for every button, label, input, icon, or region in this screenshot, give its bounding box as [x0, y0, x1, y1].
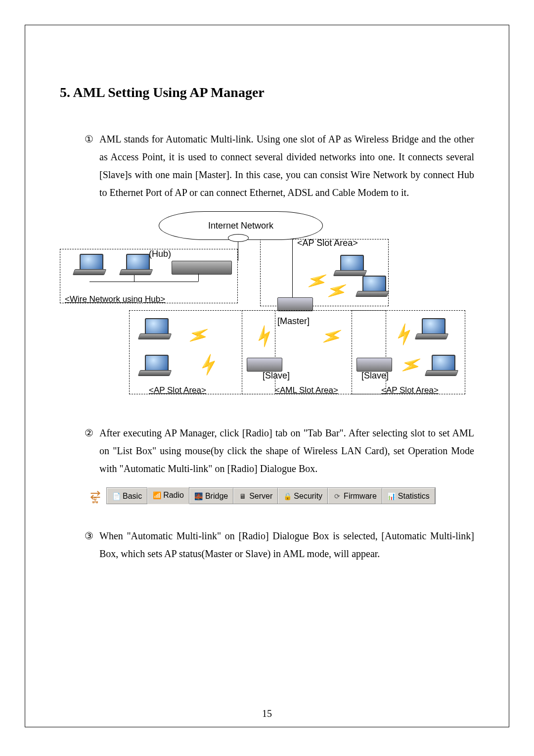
- tab-basic[interactable]: 📄 Basic: [107, 488, 147, 504]
- ap-slot-label-bl: <AP Slot Area>: [149, 385, 206, 395]
- laptop-icon: [356, 276, 391, 300]
- line: [292, 239, 293, 297]
- list-text-1: AML stands for Automatic Multi-link. Usi…: [99, 130, 474, 201]
- tab-firmware[interactable]: ⟳ Firmware: [328, 488, 382, 504]
- tab-bridge-label: Bridge: [205, 492, 228, 501]
- list-item-2: ② After executing AP Manager, click [Rad…: [85, 424, 474, 477]
- slave-label-left: [Slave]: [263, 371, 290, 381]
- laptop-icon: [139, 355, 174, 379]
- list-marker-3: ③: [85, 527, 99, 545]
- line: [89, 282, 198, 282]
- slave-ap-left-icon: [247, 358, 282, 372]
- network-diagram: Internet Network (Hub) <Wire Network usi…: [60, 211, 465, 404]
- page-number: 15: [25, 708, 509, 719]
- list-item-3: ③ When "Automatic Multi-link" on [Radio]…: [85, 527, 474, 563]
- tab-statistics-label: Statistics: [398, 492, 430, 501]
- laptop-icon: [426, 355, 460, 379]
- list-text-2: After executing AP Manager, click [Radio…: [99, 424, 474, 477]
- list-marker-1: ①: [85, 130, 99, 148]
- server-tab-icon: 🖥: [239, 492, 247, 500]
- laptop-icon: [139, 318, 174, 343]
- tab-statistics[interactable]: 📊 Statistics: [382, 488, 435, 504]
- firmware-tab-icon: ⟳: [333, 492, 341, 500]
- laptop-icon: [74, 254, 108, 279]
- laptop-icon: [120, 254, 155, 279]
- aml-slot-label: <AML Slot Area>: [275, 385, 338, 395]
- line: [238, 241, 238, 261]
- tab-security[interactable]: 🔒 Security: [278, 488, 328, 504]
- bridge-tab-icon: 🌉: [195, 492, 203, 500]
- ap-device-list-icon: ⇄ 🖧: [85, 487, 106, 507]
- tab-radio-label: Radio: [163, 491, 184, 500]
- slave-label-right: [Slave]: [361, 371, 389, 381]
- heading-aml: 5. AML Setting Using AP Manager: [60, 85, 479, 100]
- list-text-3: When "Automatic Multi-link" on [Radio] D…: [99, 527, 474, 563]
- tab-firmware-label: Firmware: [344, 492, 377, 501]
- security-tab-icon: 🔒: [283, 492, 291, 500]
- statistics-tab-icon: 📊: [388, 492, 396, 500]
- tab-bar-figure: ⇄ 🖧 📄 Basic 📶 Radio 🌉 Bridge 🖥: [85, 487, 474, 507]
- tab-server-label: Server: [249, 492, 272, 501]
- list-marker-2: ②: [85, 424, 99, 442]
- line: [198, 274, 199, 282]
- ap-slot-label-br: <AP Slot Area>: [381, 385, 439, 395]
- tab-radio[interactable]: 📶 Radio: [147, 487, 189, 504]
- internet-label: Internet Network: [208, 221, 273, 231]
- tab-security-label: Security: [294, 492, 322, 501]
- tab-bridge[interactable]: 🌉 Bridge: [189, 488, 233, 504]
- tab-bar: 📄 Basic 📶 Radio 🌉 Bridge 🖥 Server 🔒: [106, 487, 436, 504]
- tab-basic-label: Basic: [123, 492, 142, 501]
- radio-tab-icon: 📶: [153, 491, 161, 499]
- list-item-1: ① AML stands for Automatic Multi-link. U…: [85, 130, 474, 201]
- tab-server[interactable]: 🖥 Server: [233, 488, 278, 504]
- slave-ap-right-icon: [356, 358, 392, 372]
- wire-network-label: <Wire Network using Hub>: [65, 294, 165, 304]
- cloud-drop-icon: [228, 234, 249, 242]
- basic-tab-icon: 📄: [112, 492, 120, 500]
- ap-slot-label-top: <AP Slot Area>: [297, 238, 358, 248]
- laptop-icon: [416, 318, 450, 343]
- master-ap-icon: [277, 297, 313, 311]
